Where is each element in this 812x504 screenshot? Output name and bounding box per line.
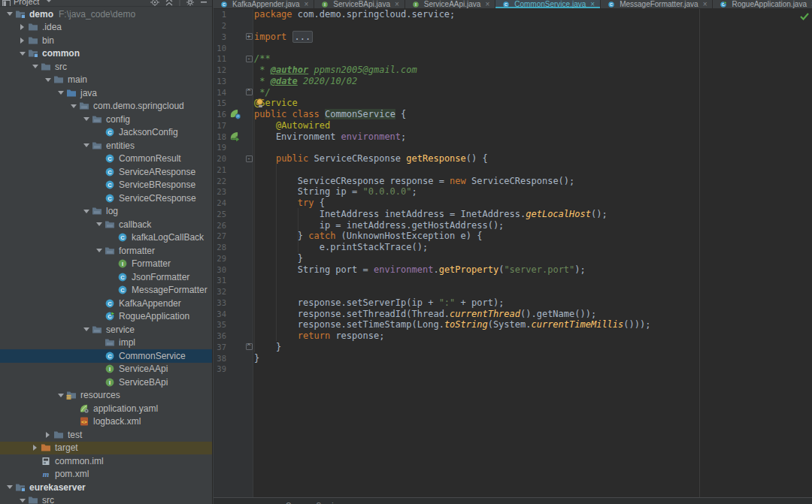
tree-item-jsonformatter[interactable]: CJsonFormatter <box>0 270 212 284</box>
tree-item-com-demo-springcloud[interactable]: com.demo.springcloud <box>0 100 212 113</box>
code-line[interactable]: 23 String ip = "0.0.0.0"; <box>214 186 812 198</box>
chevron-expanded-icon[interactable] <box>45 78 51 82</box>
locate-icon[interactable] <box>150 0 159 7</box>
chevron-expanded-icon[interactable] <box>83 143 89 147</box>
chevron-collapsed-icon[interactable] <box>20 24 24 30</box>
chevron-expanded-icon[interactable] <box>71 104 77 108</box>
fold-marker-open-icon[interactable]: - <box>246 56 253 62</box>
tree-item-kafkalogcallback[interactable]: CkafkaLogCallBack <box>0 231 212 245</box>
tab-kafkaappender-java[interactable]: CKafkaAppender.java× <box>214 0 314 8</box>
close-icon[interactable]: × <box>703 1 707 8</box>
tree-item-serviceaapi[interactable]: IServiceAApi <box>0 363 212 376</box>
tree-item-config[interactable]: config <box>0 113 212 126</box>
tree-item-common-iml[interactable]: common.iml <box>0 454 212 468</box>
tree-item-impl[interactable]: impl <box>0 337 212 350</box>
tree-item-kafkaappender[interactable]: CKafkaAppender <box>0 297 212 310</box>
tab-rogueapplication-java[interactable]: CRogueApplication.java× <box>713 0 812 8</box>
collapse-all-icon[interactable] <box>165 0 174 7</box>
tab-messageformatter-java[interactable]: CMessageFormatter.java× <box>601 0 713 8</box>
chevron-collapsed-icon[interactable] <box>46 432 50 438</box>
close-icon[interactable]: × <box>590 1 595 8</box>
close-icon[interactable]: × <box>304 1 309 8</box>
fold-marker-end-icon[interactable]: ^ <box>246 89 253 95</box>
close-icon[interactable]: × <box>485 1 489 8</box>
tree-item-servicebresponse[interactable]: CServiceBResponse <box>0 179 212 192</box>
code-line[interactable]: 27 } catch (UnknownHostException e) { <box>214 231 812 242</box>
tree-item-java[interactable]: java <box>0 86 212 100</box>
tab-serviceaapi-java[interactable]: IServiceAApi.java× <box>405 0 495 8</box>
tab-commonservice-java[interactable]: CCommonService.java× <box>495 0 601 8</box>
panel-title[interactable]: Project <box>14 0 39 6</box>
code-line[interactable]: 22 ServiceCResponse response = new Servi… <box>214 175 812 186</box>
tree-item-pom-xml[interactable]: mpom.xml <box>0 468 212 481</box>
fold-marker-end-icon[interactable]: ^ <box>246 343 253 350</box>
hide-icon[interactable] <box>200 0 208 7</box>
tree-item-service[interactable]: service <box>0 323 212 337</box>
code-line[interactable]: 37^ } <box>214 342 812 353</box>
chevron-expanded-icon[interactable] <box>58 394 64 397</box>
tool-window-icon[interactable] <box>2 0 11 7</box>
chevron-expanded-icon[interactable] <box>7 12 13 16</box>
code-line[interactable]: 31 <box>214 275 812 286</box>
code-line[interactable]: 13 * @date 2020/10/02 <box>214 76 812 87</box>
tree-item-rogueapplication[interactable]: CRogueApplication <box>0 310 212 324</box>
code-line[interactable]: 33 response.setServerIp(ip + ":" + port)… <box>214 297 812 309</box>
tree-item-test[interactable]: test <box>0 428 212 442</box>
tree-item-servicecresponse[interactable]: CServiceCResponse <box>0 192 212 205</box>
chevron-expanded-icon[interactable] <box>20 52 26 56</box>
tree-item-common[interactable]: common <box>0 47 212 61</box>
code-line[interactable]: 12 * @author ppmsn2005@gmail.com <box>214 65 812 76</box>
chevron-expanded-icon[interactable] <box>83 210 89 213</box>
spring-bean-icon[interactable] <box>229 109 241 119</box>
chevron-expanded-icon[interactable] <box>96 249 102 252</box>
tree-item-eurekaserver[interactable]: eurekaserver <box>0 481 212 494</box>
tree-item-log[interactable]: log <box>0 205 212 219</box>
inspection-ok-icon[interactable] <box>800 10 809 23</box>
code-line[interactable]: 15@Service <box>214 98 812 109</box>
code-line[interactable]: 32 <box>214 286 812 297</box>
code-line[interactable]: 14^ */ <box>214 86 812 98</box>
code-line[interactable]: 38} <box>214 352 812 364</box>
tree-item-logback-xml[interactable]: <>logback.xml <box>0 415 212 429</box>
code-line[interactable]: 2 <box>214 20 812 32</box>
fold-marker-open-icon[interactable]: - <box>246 155 253 162</box>
code-line[interactable]: 25 InetAddress inetAddress = InetAddress… <box>214 209 812 220</box>
breadcrumbs-bar[interactable]: commonCommonService <box>214 497 812 504</box>
tree-item-commonservice[interactable]: CCommonService <box>0 349 212 363</box>
code-line[interactable]: 10 <box>214 42 812 53</box>
chevron-expanded-icon[interactable] <box>32 65 38 68</box>
tab-servicebapi-java[interactable]: IServiceBApi.java× <box>314 0 404 8</box>
code-line[interactable]: 3+import ... <box>214 32 812 43</box>
chevron-down-icon[interactable] <box>47 0 51 5</box>
fold-marker-plus-icon[interactable]: + <box>246 33 253 40</box>
tree-item-commonresult[interactable]: CCommonResult <box>0 152 212 166</box>
code-line[interactable]: 39 <box>214 364 812 375</box>
tree-item-application-yaml[interactable]: application.yaml <box>0 402 212 415</box>
tree-item-formatter[interactable]: formatter <box>0 244 212 258</box>
code-line[interactable]: 26 ip = inetAddress.getHostAddress(); <box>214 219 812 231</box>
tree-item-entities[interactable]: entities <box>0 139 212 152</box>
tree-item-servicearesponse[interactable]: CServiceAResponse <box>0 165 212 179</box>
tree-item-servicebapi[interactable]: IServiceBApi <box>0 376 212 389</box>
tree-item-src[interactable]: src <box>0 494 212 504</box>
tree-item-formatter[interactable]: IFormatter <box>0 258 212 271</box>
tree-item-demo[interactable]: demoF:\java_code\demo <box>0 8 212 21</box>
tree-item-jacksonconfig[interactable]: CJacksonConfig <box>0 126 212 140</box>
code-line[interactable]: 30 String port = environment.getProperty… <box>214 264 812 275</box>
code-line[interactable]: 34 response.setThreadId(Thread.currentTh… <box>214 308 812 319</box>
chevron-expanded-icon[interactable] <box>7 485 13 489</box>
tree-item-main[interactable]: main <box>0 74 212 87</box>
code-line[interactable]: 1package com.demo.springcloud.service; <box>214 9 812 20</box>
close-icon[interactable]: × <box>395 1 399 8</box>
code-line[interactable]: 28 e.printStackTrace(); <box>214 242 812 253</box>
tree-item-target[interactable]: target <box>0 442 212 455</box>
tree-item-messageformatter[interactable]: CMessageFormatter <box>0 284 212 297</box>
code-editor[interactable]: 1package com.demo.springcloud.service;23… <box>214 9 812 504</box>
tree-item-bin[interactable]: bin <box>0 34 212 47</box>
spring-autowired-icon[interactable] <box>229 131 241 142</box>
code-line[interactable]: 19 <box>214 142 812 153</box>
code-line[interactable]: 35 response.setTimeStamp(Long.toString(S… <box>214 319 812 330</box>
tree-item-resources[interactable]: resources <box>0 389 212 403</box>
code-line[interactable]: 21 <box>214 164 812 176</box>
code-line[interactable]: 18 Environment environment; <box>214 131 812 142</box>
